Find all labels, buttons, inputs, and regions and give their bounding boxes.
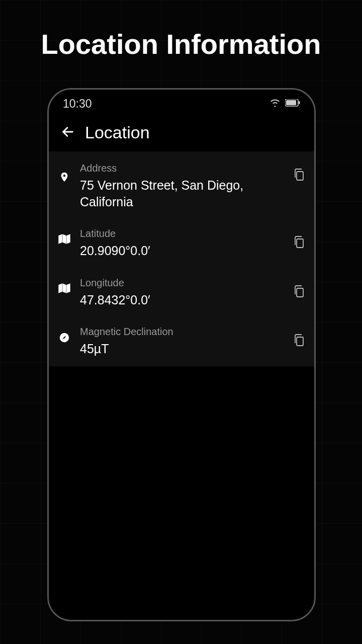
latitude-value: 20.9090°0.0′ — [80, 243, 284, 259]
declination-row: Magnetic Declination 45µT — [49, 317, 314, 366]
copy-latitude-button[interactable] — [293, 235, 305, 251]
location-pin-icon — [58, 172, 71, 183]
back-arrow-icon[interactable] — [61, 125, 75, 141]
status-bar: 10:30 — [49, 90, 314, 112]
status-time: 10:30 — [63, 97, 92, 111]
longitude-value: 47.8432°0.0′ — [80, 292, 284, 308]
map-icon — [58, 283, 71, 293]
phone-frame: 10:30 Location Address 75 Vernon Street,… — [47, 88, 316, 621]
battery-icon — [285, 99, 300, 109]
svg-rect-4 — [297, 172, 303, 180]
svg-rect-8 — [297, 337, 303, 346]
latitude-row: Latitude 20.9090°0.0′ — [49, 219, 314, 268]
info-list: Address 75 Vernon Street, San Diego, Cal… — [49, 151, 314, 366]
svg-rect-6 — [297, 288, 303, 297]
status-icons — [270, 99, 300, 109]
address-content: Address 75 Vernon Street, San Diego, Cal… — [80, 163, 284, 210]
longitude-row: Longitude 47.8432°0.0′ — [49, 268, 314, 317]
latitude-label: Latitude — [80, 228, 284, 239]
compass-icon — [58, 332, 71, 343]
address-row: Address 75 Vernon Street, San Diego, Cal… — [49, 151, 314, 219]
longitude-content: Longitude 47.8432°0.0′ — [80, 277, 284, 308]
declination-value: 45µT — [80, 341, 284, 357]
header-title: Location — [85, 123, 150, 142]
svg-rect-5 — [297, 239, 303, 248]
address-value: 75 Vernon Street, San Diego, California — [80, 177, 284, 210]
declination-label: Magnetic Declination — [80, 326, 284, 338]
latitude-content: Latitude 20.9090°0.0′ — [80, 228, 284, 259]
svg-rect-2 — [299, 101, 300, 104]
map-icon — [58, 234, 71, 244]
svg-rect-1 — [286, 100, 296, 105]
longitude-label: Longitude — [80, 277, 284, 289]
address-label: Address — [80, 163, 284, 174]
copy-address-button[interactable] — [293, 168, 305, 184]
copy-declination-button[interactable] — [293, 333, 305, 349]
page-title: Location Information — [0, 28, 362, 60]
copy-longitude-button[interactable] — [293, 284, 305, 300]
wifi-icon — [270, 99, 280, 109]
declination-content: Magnetic Declination 45µT — [80, 326, 284, 357]
app-header: Location — [49, 112, 314, 151]
